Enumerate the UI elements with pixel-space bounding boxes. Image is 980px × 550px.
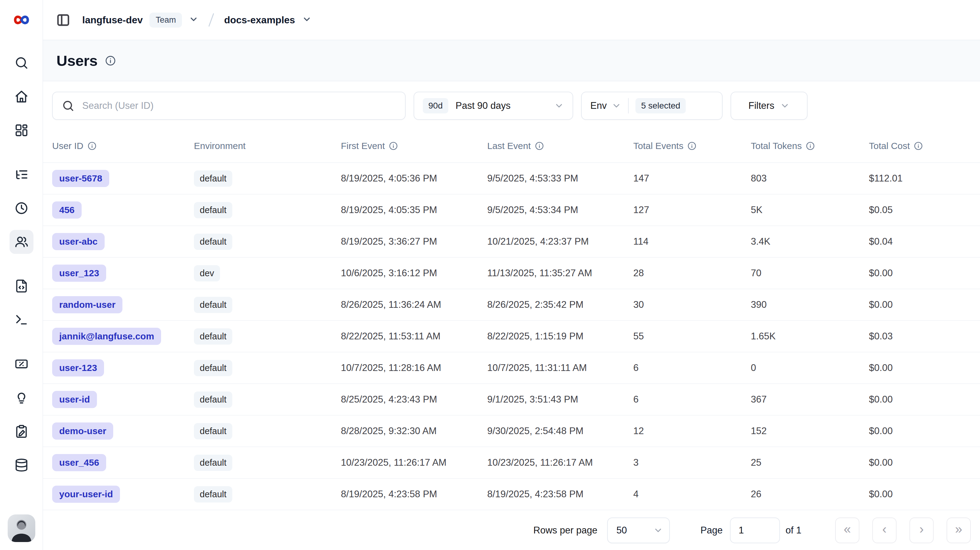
page-number-input[interactable] — [730, 518, 780, 543]
chevron-down-icon — [780, 101, 790, 111]
column-header-environment[interactable]: Environment — [194, 141, 341, 151]
home-icon — [14, 90, 29, 104]
info-icon[interactable] — [687, 141, 697, 151]
search-input[interactable] — [82, 100, 396, 111]
table-row[interactable]: user-id default 8/25/2025, 4:23:43 PM 9/… — [43, 384, 980, 415]
rows-per-page-label: Rows per page — [533, 525, 597, 536]
column-header-last-event[interactable]: Last Event — [487, 141, 633, 151]
sidebar-item-playground[interactable] — [10, 308, 33, 332]
table-row[interactable]: jannik@langfuse.com default 8/22/2025, 1… — [43, 321, 980, 352]
column-header-total-events[interactable]: Total Events — [633, 141, 751, 151]
user-id-cell: user_456 — [52, 454, 194, 471]
sidebar-item-dashboards[interactable] — [10, 118, 33, 142]
info-icon[interactable] — [88, 141, 97, 151]
user-id-badge[interactable]: 456 — [52, 201, 82, 219]
nav-group-main — [10, 51, 33, 142]
sidebar-toggle-button[interactable] — [56, 13, 70, 27]
user-id-cell: 456 — [52, 201, 194, 219]
column-header-total-cost[interactable]: Total Cost — [869, 141, 980, 151]
user-id-badge[interactable]: user-abc — [52, 233, 105, 250]
total-tokens-cell: 70 — [751, 268, 869, 279]
table-row[interactable]: your-user-id default 8/19/2025, 4:23:58 … — [43, 479, 980, 510]
table-row[interactable]: user-abc default 8/19/2025, 3:36:27 PM 1… — [43, 226, 980, 258]
environment-cell: default — [194, 423, 341, 439]
environment-cell: default — [194, 234, 341, 250]
terminal-icon — [14, 313, 29, 327]
table-row[interactable]: demo-user default 8/28/2025, 9:32:30 AM … — [43, 415, 980, 447]
filters-button[interactable]: Filters — [730, 92, 808, 120]
total-events-cell: 6 — [633, 362, 751, 373]
user-id-badge[interactable]: user_456 — [52, 454, 106, 471]
table-row[interactable]: 456 default 8/19/2025, 4:05:35 PM 9/5/20… — [43, 194, 980, 226]
column-header-first-event[interactable]: First Event — [341, 141, 487, 151]
rows-per-page-select[interactable]: 50 — [607, 518, 670, 543]
divider — [628, 98, 629, 113]
user-id-badge[interactable]: user-5678 — [52, 170, 109, 187]
user-id-badge[interactable]: user_123 — [52, 265, 106, 282]
column-header-total-tokens[interactable]: Total Tokens — [751, 141, 869, 151]
project-chevron-down-icon[interactable] — [302, 14, 312, 25]
sidebar-item-sessions[interactable] — [10, 196, 33, 220]
workspace-chevron-down-icon[interactable] — [189, 14, 199, 25]
environment-filter-button[interactable]: Env 5 selected — [581, 92, 722, 120]
first-event-cell: 10/6/2025, 3:16:12 PM — [341, 268, 487, 279]
info-icon[interactable] — [806, 141, 815, 151]
table-row[interactable]: random-user default 8/26/2025, 11:36:24 … — [43, 289, 980, 321]
user-avatar[interactable] — [8, 514, 35, 542]
table-row[interactable]: user-5678 default 8/19/2025, 4:05:36 PM … — [43, 163, 980, 194]
last-event-cell: 10/7/2025, 11:31:11 AM — [487, 362, 633, 373]
total-events-cell: 4 — [633, 489, 751, 500]
sidebar-item-evals[interactable] — [10, 386, 33, 410]
sidebar-item-tracing[interactable] — [10, 162, 33, 186]
environment-cell: default — [194, 202, 341, 218]
page-title-info-icon[interactable] — [105, 55, 116, 66]
table-row[interactable]: user_123 dev 10/6/2025, 3:16:12 PM 11/13… — [43, 258, 980, 289]
sidebar-item-datasets[interactable] — [10, 453, 33, 477]
total-tokens-cell: 0 — [751, 362, 869, 373]
first-event-cell: 8/26/2025, 11:36:24 AM — [341, 299, 487, 310]
next-page-button[interactable]: › — [910, 518, 934, 543]
total-events-cell: 55 — [633, 331, 751, 342]
first-page-button[interactable]: « — [835, 518, 859, 543]
table-row[interactable]: user-123 default 10/7/2025, 11:28:16 AM … — [43, 352, 980, 384]
file-code-icon — [14, 279, 29, 293]
user-id-cell: user-id — [52, 391, 194, 408]
pagination-nav: « ‹ › » — [835, 518, 971, 543]
environment-filter-label: Env — [590, 100, 606, 111]
user-id-badge[interactable]: your-user-id — [52, 486, 120, 503]
workspace-type-badge[interactable]: Team — [150, 13, 182, 28]
previous-page-button[interactable]: ‹ — [872, 518, 897, 543]
environment-badge: default — [194, 328, 232, 345]
project-name[interactable]: docs-examples — [224, 14, 295, 26]
user-id-badge[interactable]: user-id — [52, 391, 97, 408]
sidebar-item-users[interactable] — [10, 230, 33, 254]
date-range-button[interactable]: 90d Past 90 days — [414, 92, 573, 120]
sidebar-item-search[interactable] — [10, 51, 33, 75]
users-table: User ID Environment First Event Last Eve… — [43, 129, 980, 510]
nav-group-prompts — [10, 274, 33, 332]
last-page-button[interactable]: » — [947, 518, 971, 543]
percent-square-icon — [14, 357, 29, 371]
page-header: Users — [43, 40, 980, 81]
table-row[interactable]: user_456 default 10/23/2025, 11:26:17 AM… — [43, 447, 980, 479]
user-id-badge[interactable]: user-123 — [52, 359, 104, 376]
langfuse-logo[interactable] — [0, 0, 43, 40]
sidebar-item-home[interactable] — [10, 85, 33, 109]
total-cost-cell: $0.00 — [869, 489, 980, 500]
column-header-user-id[interactable]: User ID — [52, 141, 194, 151]
environment-badge: default — [194, 455, 232, 471]
users-icon — [14, 235, 29, 249]
sidebar-item-prompts[interactable] — [10, 274, 33, 298]
info-icon[interactable] — [389, 141, 398, 151]
user-id-badge[interactable]: demo-user — [52, 422, 113, 440]
sidebar-item-scores[interactable] — [10, 352, 33, 376]
user-id-badge[interactable]: random-user — [52, 296, 123, 313]
sidebar-item-annotation-queues[interactable] — [10, 419, 33, 443]
user-id-badge[interactable]: jannik@langfuse.com — [52, 328, 161, 345]
table-header-row: User ID Environment First Event Last Eve… — [43, 129, 980, 163]
info-icon[interactable] — [914, 141, 923, 151]
total-tokens-cell: 26 — [751, 489, 869, 500]
info-icon[interactable] — [535, 141, 544, 151]
workspace-name[interactable]: langfuse-dev — [82, 14, 143, 26]
search-box[interactable] — [52, 92, 406, 120]
